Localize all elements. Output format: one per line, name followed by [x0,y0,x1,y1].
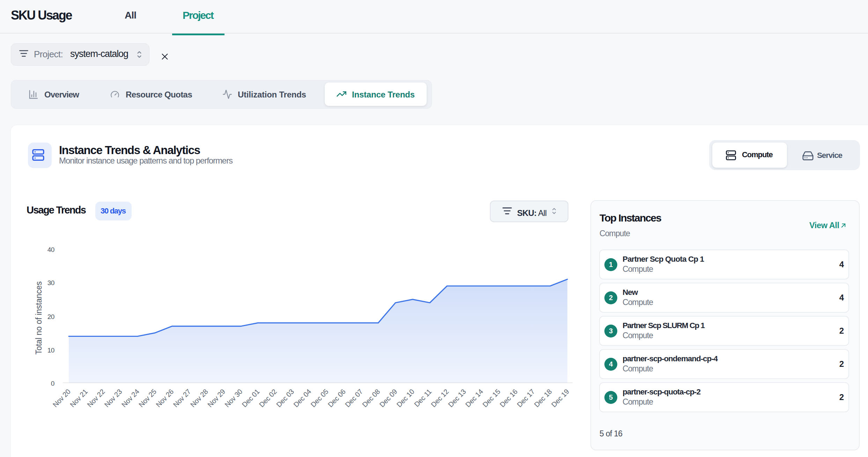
svg-text:Dec 12: Dec 12 [429,387,450,408]
svg-text:Nov 20: Nov 20 [51,387,72,408]
svg-text:10: 10 [47,347,54,354]
svg-text:30: 30 [47,279,54,286]
svg-text:Dec 09: Dec 09 [378,387,398,408]
svg-text:Dec 07: Dec 07 [344,387,364,408]
svg-text:Nov 27: Nov 27 [172,387,192,408]
svg-text:Dec 01: Dec 01 [241,387,261,408]
svg-text:Dec 06: Dec 06 [326,387,347,408]
svg-text:0: 0 [51,380,54,387]
svg-text:Dec 14: Dec 14 [464,387,485,408]
svg-text:Dec 08: Dec 08 [361,387,381,408]
svg-text:Dec 04: Dec 04 [292,387,312,408]
svg-text:Dec 15: Dec 15 [481,387,502,408]
svg-text:Dec 11: Dec 11 [413,387,433,408]
svg-text:Nov 25: Nov 25 [137,387,158,408]
svg-text:Nov 24: Nov 24 [120,387,141,408]
svg-text:40: 40 [47,246,54,253]
svg-text:20: 20 [47,313,54,320]
svg-text:Nov 23: Nov 23 [103,387,124,408]
svg-text:Total no of instances: Total no of instances [34,281,43,355]
svg-text:Dec 18: Dec 18 [533,387,553,408]
svg-text:Dec 03: Dec 03 [275,387,295,408]
svg-text:Nov 21: Nov 21 [68,387,89,408]
svg-text:Nov 26: Nov 26 [154,387,175,408]
svg-text:Dec 02: Dec 02 [258,387,278,408]
svg-text:Dec 13: Dec 13 [447,387,467,408]
svg-text:Dec 05: Dec 05 [309,387,330,408]
svg-text:Nov 22: Nov 22 [86,387,106,408]
svg-text:Nov 30: Nov 30 [223,387,244,408]
svg-text:Nov 29: Nov 29 [206,387,227,408]
svg-text:Nov 28: Nov 28 [189,387,209,408]
svg-text:Dec 10: Dec 10 [395,387,416,408]
svg-text:Dec 16: Dec 16 [498,387,519,408]
svg-text:Dec 19: Dec 19 [550,387,571,408]
svg-text:Dec 17: Dec 17 [515,387,536,408]
